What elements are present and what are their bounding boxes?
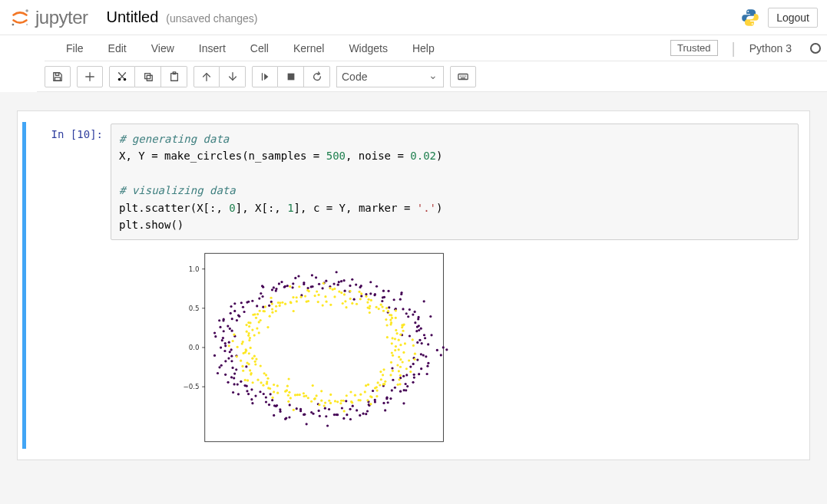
svg-point-51 <box>418 325 420 328</box>
svg-point-379 <box>271 308 273 311</box>
svg-point-222 <box>319 415 321 417</box>
svg-point-326 <box>366 301 369 304</box>
svg-point-402 <box>248 332 250 334</box>
svg-point-412 <box>250 347 252 349</box>
logout-button[interactable]: Logout <box>768 8 818 28</box>
trusted-badge[interactable]: Trusted <box>670 40 718 56</box>
jupyter-logo[interactable]: jupyter <box>9 7 88 28</box>
menu-kernel[interactable]: Kernel <box>281 38 336 59</box>
svg-point-454 <box>286 390 288 392</box>
svg-point-474 <box>320 400 323 402</box>
svg-point-200 <box>265 401 267 404</box>
cell-type-selector[interactable]: Code <box>336 66 444 87</box>
svg-point-422 <box>240 360 242 362</box>
divider: | <box>732 41 736 56</box>
svg-point-248 <box>374 399 376 401</box>
cell-type-select[interactable]: Code <box>336 66 444 87</box>
svg-point-409 <box>241 343 243 345</box>
svg-point-309 <box>395 317 397 319</box>
svg-point-427 <box>254 364 256 366</box>
svg-point-343 <box>333 296 336 298</box>
svg-point-288 <box>399 344 402 346</box>
paste-button[interactable] <box>161 66 187 87</box>
svg-point-351 <box>322 305 324 307</box>
svg-point-117 <box>283 286 286 288</box>
svg-point-131 <box>251 300 253 302</box>
save-button[interactable] <box>45 66 71 87</box>
paste-icon <box>169 71 180 82</box>
svg-point-61 <box>423 301 425 303</box>
kernel-status-icon[interactable] <box>810 43 821 54</box>
menu-insert[interactable]: Insert <box>187 38 238 59</box>
add-cell-button[interactable] <box>77 66 103 87</box>
svg-point-338 <box>349 290 351 292</box>
menu-help[interactable]: Help <box>400 38 447 59</box>
svg-text:−0.5: −0.5 <box>184 383 200 390</box>
run-button[interactable] <box>252 66 278 87</box>
svg-point-425 <box>248 363 250 365</box>
svg-point-376 <box>275 305 277 308</box>
svg-point-445 <box>273 384 275 386</box>
copy-icon <box>143 71 154 82</box>
svg-point-151 <box>229 328 231 330</box>
svg-point-78 <box>369 293 372 295</box>
svg-point-421 <box>255 358 257 361</box>
svg-point-290 <box>404 343 406 345</box>
svg-point-128 <box>258 298 260 300</box>
svg-point-313 <box>389 314 391 316</box>
svg-point-390 <box>255 317 257 319</box>
command-palette-button[interactable] <box>450 66 476 87</box>
svg-point-327 <box>370 299 372 301</box>
svg-point-475 <box>323 405 326 407</box>
svg-point-385 <box>259 310 261 312</box>
svg-point-212 <box>288 417 290 419</box>
svg-point-525 <box>390 361 392 364</box>
svg-point-92 <box>340 280 342 282</box>
svg-point-47 <box>418 329 420 331</box>
svg-point-43 <box>430 334 432 337</box>
move-up-button[interactable] <box>194 66 220 87</box>
copy-button[interactable] <box>135 66 161 87</box>
kernel-name: Python 3 <box>749 42 792 54</box>
svg-rect-22 <box>458 74 468 79</box>
svg-point-506 <box>377 382 379 384</box>
svg-point-439 <box>260 382 262 384</box>
svg-point-129 <box>268 305 270 307</box>
svg-point-321 <box>380 304 382 306</box>
menu-view[interactable]: View <box>139 38 187 59</box>
menu-widgets[interactable]: Widgets <box>336 38 400 59</box>
svg-point-217 <box>303 413 305 416</box>
notebook-status: (unsaved changes) <box>166 12 257 25</box>
toolbar-group-save <box>45 66 71 87</box>
svg-point-194 <box>250 398 253 400</box>
svg-point-369 <box>293 310 295 312</box>
code-input[interactable]: # generating data X, Y = make_circles(n_… <box>111 124 799 240</box>
move-down-button[interactable] <box>220 66 246 87</box>
svg-point-391 <box>258 321 260 324</box>
svg-point-483 <box>343 410 346 413</box>
svg-point-263 <box>406 385 409 387</box>
svg-point-249 <box>382 402 385 404</box>
cut-button[interactable] <box>109 66 135 87</box>
svg-point-477 <box>329 402 332 404</box>
svg-point-3 <box>747 10 749 12</box>
restart-button[interactable] <box>304 66 330 87</box>
svg-point-442 <box>262 384 264 387</box>
menu-cell[interactable]: Cell <box>238 38 281 59</box>
svg-point-461 <box>293 409 295 411</box>
svg-point-73 <box>382 297 384 299</box>
svg-point-116 <box>280 281 283 283</box>
svg-point-527 <box>399 358 402 361</box>
svg-point-295 <box>394 338 396 341</box>
svg-point-404 <box>233 334 235 336</box>
menu-edit[interactable]: Edit <box>96 38 139 59</box>
svg-point-314 <box>395 310 397 312</box>
menu-file[interactable]: File <box>54 38 96 59</box>
code-cell[interactable]: In [10]: # generating data X, Y = make_c… <box>22 122 805 449</box>
stop-button[interactable] <box>278 66 304 87</box>
svg-point-354 <box>317 301 319 303</box>
notebook-title[interactable]: Untitled <box>107 8 159 26</box>
svg-point-530 <box>413 358 415 361</box>
svg-point-74 <box>387 290 389 292</box>
svg-point-479 <box>329 394 332 396</box>
